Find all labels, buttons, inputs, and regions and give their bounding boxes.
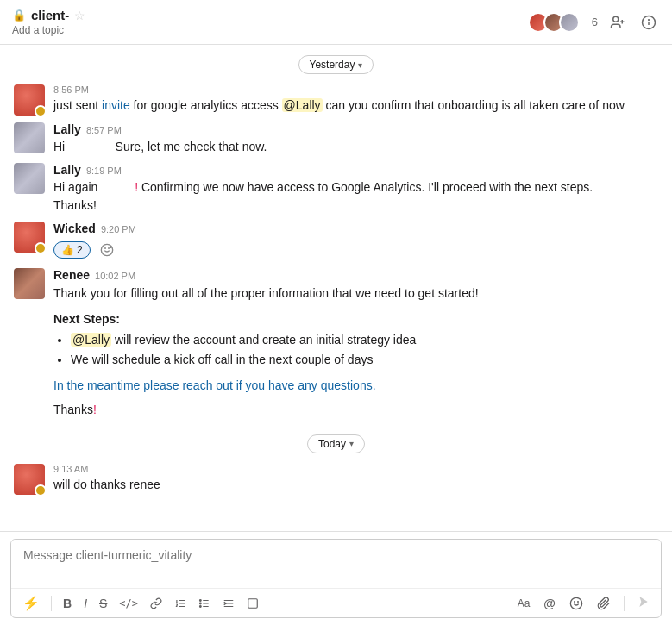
- member-avatar-3: [559, 12, 580, 33]
- channel-name[interactable]: client-: [31, 8, 69, 22]
- reaction-count: 2: [77, 244, 83, 256]
- member-count[interactable]: 6: [592, 16, 598, 28]
- yesterday-divider: Yesterday ▾: [0, 45, 672, 81]
- msg6-text: will do thanks renee: [53, 476, 658, 494]
- message-1-body: 8:56 PM just sent invite for google anal…: [53, 84, 658, 116]
- add-topic-link[interactable]: Add a topic: [12, 24, 85, 36]
- bold-button[interactable]: B: [59, 594, 76, 613]
- block-button[interactable]: [242, 595, 263, 612]
- message-5-body: Renee 10:02 PM Thank you for filling out…: [53, 268, 658, 421]
- svg-point-18: [200, 603, 202, 604]
- italic-button[interactable]: I: [79, 594, 91, 613]
- msg5-signoff: Thanks!: [53, 400, 658, 421]
- toolbar-divider-2: [624, 596, 625, 611]
- send-button[interactable]: [633, 593, 654, 614]
- message-5-header: Renee 10:02 PM: [53, 268, 658, 282]
- lightning-button[interactable]: ⚡: [18, 592, 44, 614]
- message-3: Lally 9:19 PM Hi again ! Confirming we n…: [0, 159, 672, 218]
- next-steps-label: Next Steps:: [53, 312, 120, 326]
- next-steps-list: @Lally will review the account and creat…: [71, 330, 658, 372]
- at-lally-mention: @Lally: [71, 333, 111, 347]
- msg6-timestamp: 9:13 AM: [53, 464, 88, 474]
- msg5-sender: Renee: [53, 268, 90, 282]
- msg3-timestamp: 9:19 PM: [86, 166, 122, 176]
- svg-point-24: [570, 597, 581, 609]
- message-2-header: Lally 8:57 PM: [53, 122, 658, 136]
- add-member-button[interactable]: [606, 13, 629, 32]
- msg1-timestamp: 8:56 PM: [53, 84, 89, 95]
- msg3-sender: Lally: [53, 163, 81, 177]
- avatar-wicked: [14, 222, 45, 253]
- message-6-body: 9:13 AM will do thanks renee: [53, 464, 658, 495]
- message-4: Wicked 9:20 PM 👍 2: [0, 218, 672, 265]
- message-6-header: 9:13 AM: [53, 464, 658, 474]
- message-2: Lally 8:57 PM Hi Sure, let me check that…: [0, 119, 672, 159]
- today-label: Today: [318, 438, 346, 450]
- lock-icon: 🔒: [12, 9, 26, 22]
- message-1-header: 8:56 PM: [53, 84, 658, 95]
- font-size-button[interactable]: Aa: [513, 595, 535, 612]
- invite-link[interactable]: invite: [102, 98, 130, 112]
- message-input[interactable]: [11, 540, 661, 584]
- today-chevron: ▾: [349, 439, 354, 448]
- yesterday-label: Yesterday: [310, 59, 355, 71]
- header: 🔒 client- ☆ Add a topic 6: [0, 0, 672, 45]
- next-steps-item-1: @Lally will review the account and creat…: [71, 330, 658, 351]
- input-area: ⚡ B I S </>: [0, 531, 672, 625]
- avatar-lally-msg3: [14, 163, 45, 194]
- msg2-timestamp: 8:57 PM: [86, 125, 122, 135]
- emoji-button[interactable]: [565, 594, 587, 613]
- code-button[interactable]: </>: [115, 595, 142, 612]
- today-divider: Today ▾: [0, 424, 672, 460]
- ordered-list-button[interactable]: [170, 595, 191, 612]
- svg-marker-27: [639, 597, 647, 607]
- message-toolbar: ⚡ B I S </>: [11, 588, 661, 617]
- msg2-sender: Lally: [53, 122, 81, 136]
- thumbs-up-reaction[interactable]: 👍 2: [53, 241, 91, 259]
- strikethrough-button[interactable]: S: [95, 594, 111, 613]
- header-title: 🔒 client- ☆: [12, 8, 85, 22]
- info-button[interactable]: [637, 13, 660, 32]
- message-3-header: Lally 9:19 PM: [53, 163, 658, 177]
- attachment-button[interactable]: [593, 594, 615, 613]
- msg3-text2: Thanks!: [53, 197, 658, 215]
- msg5-timestamp: 10:02 PM: [95, 271, 135, 281]
- msg5-next-steps: Next Steps: @Lally will review the accou…: [53, 309, 658, 371]
- msg5-content: Thank you for filling out all of the pro…: [53, 284, 658, 421]
- thumbs-up-emoji: 👍: [61, 244, 74, 256]
- msg5-closing: In the meantime please reach out if you …: [53, 376, 658, 397]
- bullet-list-button[interactable]: [194, 595, 215, 612]
- message-3-body: Lally 9:19 PM Hi again ! Confirming we n…: [53, 163, 658, 215]
- message-input-box: ⚡ B I S </>: [10, 539, 662, 618]
- svg-point-19: [200, 605, 202, 607]
- add-reaction-button[interactable]: [96, 239, 118, 261]
- message-6: 9:13 AM will do thanks renee: [0, 460, 672, 498]
- msg1-mention: @Lally: [282, 98, 323, 112]
- yesterday-pill[interactable]: Yesterday ▾: [298, 55, 374, 74]
- today-pill[interactable]: Today ▾: [307, 434, 365, 453]
- avatar-lally-msg2: [14, 122, 45, 153]
- msg1-text: just sent invite for google analytics ac…: [53, 97, 658, 115]
- indent-button[interactable]: [218, 595, 239, 612]
- toolbar-divider-1: [51, 596, 52, 611]
- avatar-msg1: [14, 84, 45, 116]
- star-icon[interactable]: ☆: [74, 9, 85, 22]
- next-steps-item-2: We will schedule a kick off call in the …: [71, 350, 658, 371]
- header-left: 🔒 client- ☆ Add a topic: [12, 8, 85, 36]
- yesterday-chevron: ▾: [358, 60, 362, 70]
- header-right: 6: [528, 12, 660, 33]
- message-5: Renee 10:02 PM Thank you for filling out…: [0, 265, 672, 424]
- message-4-header: Wicked 9:20 PM: [53, 222, 658, 235]
- at-mention-button[interactable]: @: [539, 594, 560, 613]
- reaction-bar-msg4: 👍 2: [53, 239, 658, 261]
- message-1: 8:56 PM just sent invite for google anal…: [0, 81, 672, 119]
- svg-point-17: [200, 599, 202, 601]
- member-avatars[interactable]: [528, 12, 580, 33]
- message-2-body: Lally 8:57 PM Hi Sure, let me check that…: [53, 122, 658, 156]
- link-button[interactable]: [146, 595, 166, 612]
- msg4-sender: Wicked: [53, 222, 96, 235]
- msg2-text: Hi Sure, let me check that now.: [53, 138, 658, 156]
- message-4-body: Wicked 9:20 PM 👍 2: [53, 222, 658, 261]
- avatar-renee: [14, 268, 45, 299]
- avatar-msg6: [14, 464, 45, 495]
